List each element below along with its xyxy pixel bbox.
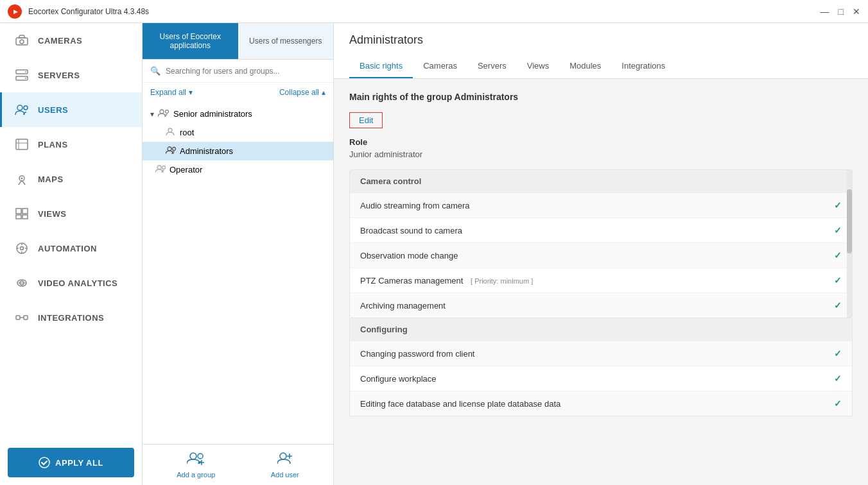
svg-point-26	[160, 110, 164, 114]
operator-label: Operator	[169, 165, 202, 174]
svg-rect-13	[16, 208, 21, 214]
sidebar-item-maps[interactable]: MAPS	[0, 162, 142, 196]
tab-basic-rights[interactable]: Basic rights	[349, 55, 413, 78]
window-controls: — □ ✕	[820, 6, 860, 17]
add-group-label: Add a group	[177, 471, 215, 479]
scroll-track[interactable]	[847, 170, 852, 318]
tree-item-administrators[interactable]: Administrators	[143, 142, 333, 160]
svg-point-25	[39, 457, 49, 468]
tab-servers[interactable]: Servers	[467, 55, 517, 78]
right-header: Administrators Basic rights Cameras Serv…	[334, 23, 868, 79]
svg-point-4	[25, 71, 26, 72]
svg-rect-22	[16, 316, 20, 319]
integrations-label: INTEGRATIONS	[38, 313, 104, 323]
maps-icon	[15, 172, 29, 186]
camera-icon	[15, 33, 29, 47]
configure-workplace-check: ✓	[834, 373, 842, 384]
camera-control-section: Camera control Audio streaming from came…	[349, 169, 853, 318]
collapse-all-link[interactable]: Collapse all ▴	[279, 88, 326, 97]
configuring-section: Configuring Changing password from clien…	[349, 318, 853, 416]
user-type-tabs: Users of Eocortex applications Users of …	[143, 23, 333, 60]
audio-streaming-check: ✓	[834, 200, 842, 210]
role-label: Role	[349, 137, 853, 147]
operator-group-icon	[155, 164, 166, 175]
svg-point-32	[162, 166, 166, 169]
plans-label: PLANS	[38, 140, 68, 149]
svg-point-27	[166, 110, 169, 114]
sidebar-item-cameras[interactable]: CAMERAS	[0, 23, 142, 58]
add-group-button[interactable]: Add a group	[177, 451, 215, 479]
add-user-button[interactable]: Add user	[271, 451, 299, 479]
svg-rect-23	[24, 316, 28, 319]
broadcast-sound-check: ✓	[834, 225, 842, 235]
role-value: Junior administrator	[349, 149, 853, 159]
servers-label: SERVERS	[38, 71, 80, 80]
search-icon: 🔍	[150, 66, 161, 76]
users-icon	[15, 103, 29, 117]
svg-point-6	[17, 105, 22, 110]
sidebar-item-integrations[interactable]: INTEGRATIONS	[0, 300, 142, 335]
minimize-button[interactable]: —	[820, 6, 829, 17]
change-pwd-label: Changing password from client	[360, 349, 834, 359]
automation-label: AUTOMATION	[38, 244, 97, 253]
group-users-icon	[158, 108, 169, 119]
sidebar-item-servers[interactable]: SERVERS	[0, 58, 142, 92]
group-icon	[166, 146, 176, 157]
tab-eocortex-apps[interactable]: Users of Eocortex applications	[143, 23, 238, 59]
tab-modules[interactable]: Modules	[559, 55, 611, 78]
audio-streaming-label: Audio streaming from camera	[360, 201, 834, 210]
add-user-label: Add user	[271, 471, 299, 479]
svg-point-1	[20, 40, 24, 44]
svg-rect-8	[16, 139, 28, 149]
face-db-label: Editing face database and license plate …	[360, 399, 834, 409]
configuring-header: Configuring	[350, 318, 852, 341]
right-panel: Administrators Basic rights Cameras Serv…	[334, 23, 868, 485]
tree-controls: Expand all ▾ Collapse all ▴	[143, 83, 333, 102]
integrations-icon	[15, 311, 29, 325]
tab-cameras[interactable]: Cameras	[413, 55, 467, 78]
tree-item-root[interactable]: root	[143, 123, 333, 142]
face-db-check: ✓	[834, 398, 842, 409]
tab-messengers[interactable]: Users of messengers	[238, 23, 334, 59]
maximize-button[interactable]: □	[838, 6, 844, 17]
chevron-down-icon: ▾	[189, 88, 193, 97]
expand-all-link[interactable]: Expand all ▾	[150, 88, 193, 97]
apply-all-button[interactable]: APPLY ALL	[8, 448, 134, 477]
archiving-label: Archiving management	[360, 301, 834, 311]
sidebar-item-users[interactable]: USERS	[0, 92, 142, 127]
sidebar-item-plans[interactable]: PLANS	[0, 127, 142, 162]
rights-row-configure-workplace: Configure workplace ✓	[350, 366, 852, 391]
scroll-thumb[interactable]	[847, 189, 852, 253]
close-button[interactable]: ✕	[853, 6, 860, 17]
search-box: 🔍	[143, 60, 333, 83]
edit-button[interactable]: Edit	[349, 112, 383, 128]
search-input[interactable]	[166, 67, 326, 76]
tab-integrations[interactable]: Integrations	[611, 55, 675, 78]
app-title: Eocortex Configurator Ultra 4.3.48s	[28, 7, 820, 16]
collapse-icon: ▾	[150, 110, 154, 119]
tree-group-senior-admins[interactable]: ▾ Senior administrators	[143, 105, 333, 123]
svg-point-31	[157, 166, 161, 169]
ptz-priority-tag: [ Priority: minimum ]	[471, 277, 533, 285]
analytics-icon	[15, 276, 29, 290]
cameras-label: CAMERAS	[38, 36, 82, 46]
automation-icon	[15, 241, 29, 255]
rights-row-ptz: PTZ Cameras management [ Priority: minim…	[350, 268, 852, 293]
sidebar-item-automation[interactable]: AUTOMATION	[0, 231, 142, 266]
rights-row-audio: Audio streaming from camera ✓	[350, 192, 852, 217]
tree-item-operator[interactable]: Operator	[143, 160, 333, 179]
svg-point-29	[168, 147, 171, 151]
tab-views[interactable]: Views	[517, 55, 559, 78]
titlebar: Eocortex Configurator Ultra 4.3.48s — □ …	[0, 0, 868, 23]
administrators-label: Administrators	[180, 146, 233, 156]
root-label: root	[180, 128, 194, 137]
svg-rect-16	[22, 215, 28, 219]
senior-admins-label: Senior administrators	[173, 109, 252, 119]
rights-row-change-pwd: Changing password from client ✓	[350, 341, 852, 366]
rights-row-broadcast: Broadcast sound to camera ✓	[350, 217, 852, 242]
sidebar-item-views[interactable]: VIEWS	[0, 196, 142, 231]
sidebar-item-video-analytics[interactable]: VIDEO ANALYTICS	[0, 266, 142, 300]
broadcast-sound-label: Broadcast sound to camera	[360, 226, 834, 235]
ptz-check: ✓	[834, 275, 842, 285]
svg-point-33	[190, 453, 196, 459]
